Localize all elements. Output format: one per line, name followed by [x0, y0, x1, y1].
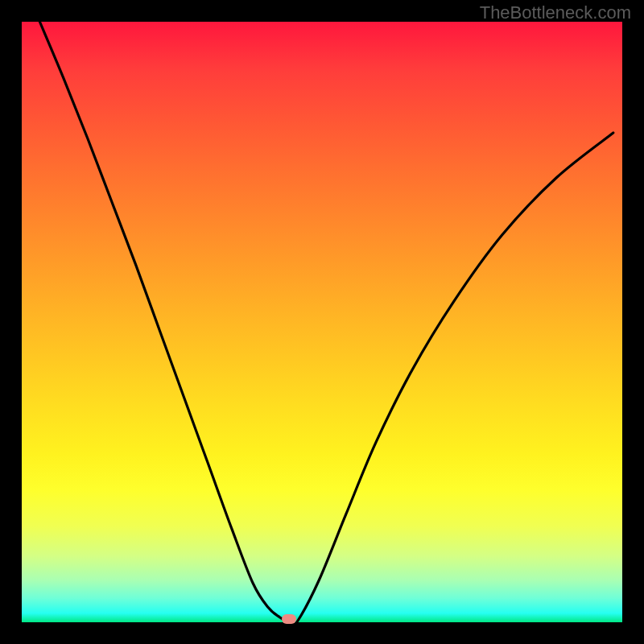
curve-path	[39, 22, 613, 622]
chart-marker	[282, 614, 296, 624]
watermark-text: TheBottleneck.com	[480, 2, 631, 23]
chart-frame: TheBottleneck.com	[0, 0, 644, 644]
chart-plot-area	[22, 22, 622, 622]
chart-curve-svg	[22, 22, 622, 622]
